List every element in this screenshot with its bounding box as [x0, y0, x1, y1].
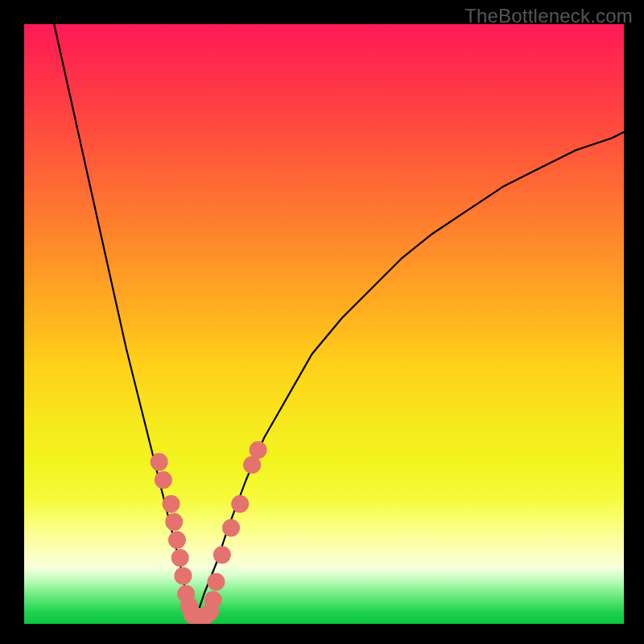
data-dot: [204, 591, 222, 609]
data-dot: [171, 549, 189, 567]
watermark-text: TheBottleneck.com: [464, 5, 633, 27]
data-dot: [151, 453, 168, 471]
data-dot: [155, 471, 172, 489]
data-dot: [207, 573, 225, 591]
highlighted-dots: [151, 441, 267, 624]
data-dot: [165, 513, 183, 530]
curve-layer: [24, 24, 624, 624]
data-dot: [231, 495, 249, 513]
data-dot: [174, 567, 192, 584]
right-branch-curve: [192, 132, 624, 617]
data-dot: [163, 495, 180, 513]
data-dot: [250, 441, 267, 459]
plot-area: [24, 24, 624, 624]
data-dot: [222, 519, 240, 537]
data-dot: [213, 546, 231, 564]
outer-frame: TheBottleneck.com: [0, 0, 644, 644]
data-dot: [168, 531, 186, 549]
